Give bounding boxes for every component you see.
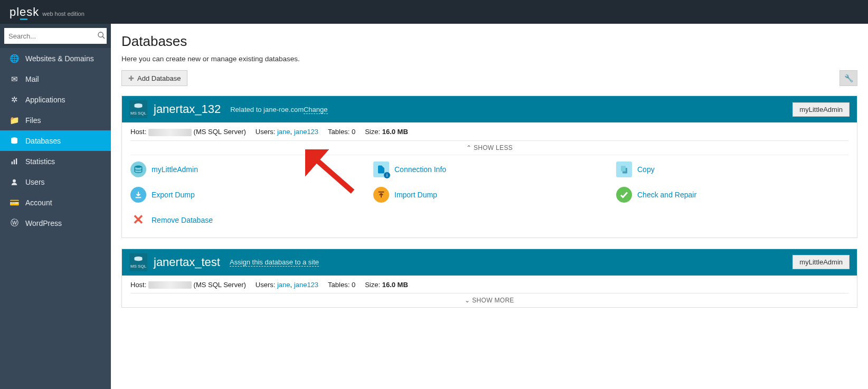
check-icon	[616, 187, 632, 203]
svg-rect-10	[621, 166, 626, 172]
change-site-link[interactable]: Change	[304, 106, 328, 114]
chevron-down-icon: ⌄	[465, 297, 470, 304]
db-user-link[interactable]: jane123	[294, 128, 318, 136]
sidebar-item-label: Applications	[25, 96, 65, 104]
brand-name: plesk	[10, 5, 39, 19]
database-card: MS SQL janertax_test Assign this databas…	[121, 249, 857, 308]
db-admin-icon	[130, 162, 146, 177]
database-icon	[10, 137, 19, 145]
wordpress-icon: ⓦ	[10, 218, 19, 228]
sidebar-item-applications[interactable]: ✲Applications	[0, 89, 111, 110]
svg-point-0	[98, 32, 103, 37]
sidebar-item-websites[interactable]: 🌐Websites & Domains	[0, 48, 111, 69]
svg-point-8	[135, 165, 142, 168]
related-site-text: Related to jane-roe.comChange	[230, 106, 327, 113]
host-redacted	[148, 129, 192, 136]
remove-icon: ✕	[130, 212, 146, 228]
tool-mylittleadmin[interactable]: myLittleAdmin	[130, 162, 363, 177]
tool-export-dump[interactable]: Export Dump	[130, 187, 363, 203]
svg-rect-4	[14, 159, 15, 164]
show-less-toggle[interactable]: ⌃ SHOW LESS	[130, 140, 848, 155]
chart-icon	[10, 158, 19, 165]
tool-remove-database[interactable]: ✕Remove Database	[130, 212, 363, 228]
database-name: janertax_132	[154, 102, 221, 116]
sidebar-item-users[interactable]: Users	[0, 172, 111, 192]
mssql-icon: MS SQL	[129, 253, 147, 271]
svg-rect-5	[16, 158, 17, 164]
sidebar-item-wordpress[interactable]: ⓦWordPress	[0, 213, 111, 233]
chevron-up-icon: ⌃	[466, 144, 471, 151]
globe-icon: 🌐	[10, 54, 19, 63]
tool-copy[interactable]: Copy	[616, 162, 848, 177]
show-more-toggle[interactable]: ⌄ SHOW MORE	[130, 293, 848, 307]
card-icon: 💳	[10, 198, 19, 207]
page-title: Databases	[121, 33, 857, 50]
tool-connection-info[interactable]: Connection Info	[373, 162, 606, 177]
database-info-row: Host: (MS SQL Server) Users: jane, jane1…	[130, 281, 848, 293]
database-card-header: MS SQL janertax_132 Related to jane-roe.…	[122, 96, 857, 122]
page-description: Here you can create new or manage existi…	[121, 55, 857, 63]
database-name: janertax_test	[154, 255, 220, 269]
database-card: MS SQL janertax_132 Related to jane-roe.…	[121, 96, 857, 238]
add-database-label: Add Database	[137, 74, 181, 82]
sidebar-item-label: Mail	[25, 75, 39, 83]
database-info-row: Host: (MS SQL Server) Users: jane, jane1…	[130, 128, 848, 140]
db-admin-button[interactable]: myLittleAdmin	[792, 102, 850, 117]
brand[interactable]: plesk web host edition	[10, 5, 84, 19]
info-icon	[373, 162, 389, 177]
sidebar-item-statistics[interactable]: Statistics	[0, 151, 111, 172]
db-admin-button[interactable]: myLittleAdmin	[792, 255, 850, 269]
sidebar-item-account[interactable]: 💳Account	[0, 192, 111, 213]
db-user-link[interactable]: jane	[277, 128, 290, 136]
sidebar-item-databases[interactable]: Databases	[0, 130, 111, 151]
svg-point-6	[13, 179, 16, 182]
search-icon[interactable]	[97, 31, 106, 41]
sidebar-item-label: WordPress	[25, 219, 62, 227]
database-card-header: MS SQL janertax_test Assign this databas…	[122, 249, 857, 276]
brand-accent	[20, 18, 27, 20]
upload-icon	[373, 187, 389, 203]
sidebar: 🌐Websites & Domains ✉Mail ✲Applications …	[0, 24, 111, 389]
sidebar-item-label: Statistics	[25, 157, 55, 166]
database-tools: myLittleAdmin Connection Info Copy Expor…	[130, 155, 848, 238]
tool-check-repair[interactable]: Check and Repair	[616, 187, 848, 203]
plus-icon: ✚	[128, 74, 134, 82]
sidebar-item-label: Account	[25, 198, 52, 207]
settings-button[interactable]: 🔧	[839, 70, 857, 86]
db-user-link[interactable]: jane123	[294, 281, 318, 289]
mssql-icon: MS SQL	[129, 100, 147, 118]
db-user-link[interactable]: jane	[277, 281, 290, 289]
sidebar-item-label: Databases	[25, 137, 61, 145]
main-content: Databases Here you can create new or man…	[111, 24, 868, 389]
user-icon	[10, 178, 19, 186]
download-icon	[130, 187, 146, 203]
search-box[interactable]	[4, 28, 107, 44]
sidebar-item-label: Files	[25, 116, 41, 125]
sidebar-item-label: Websites & Domains	[25, 54, 94, 63]
copy-icon	[616, 162, 632, 177]
add-database-button[interactable]: ✚ Add Database	[121, 70, 187, 86]
assign-site-link[interactable]: Assign this database to a site	[230, 258, 319, 267]
sidebar-item-label: Users	[25, 178, 45, 186]
folder-icon: 📁	[10, 116, 19, 125]
sidebar-item-files[interactable]: 📁Files	[0, 110, 111, 130]
wrench-icon: 🔧	[844, 74, 853, 82]
svg-rect-3	[12, 162, 13, 164]
host-redacted	[148, 281, 192, 289]
sidebar-item-mail[interactable]: ✉Mail	[0, 69, 111, 89]
top-bar: plesk web host edition	[0, 0, 868, 24]
search-input[interactable]	[8, 32, 97, 40]
svg-line-1	[102, 36, 105, 39]
mail-icon: ✉	[10, 74, 19, 84]
tool-import-dump[interactable]: Import Dump	[373, 187, 606, 203]
brand-edition: web host edition	[42, 11, 84, 17]
gear-icon: ✲	[10, 95, 19, 105]
